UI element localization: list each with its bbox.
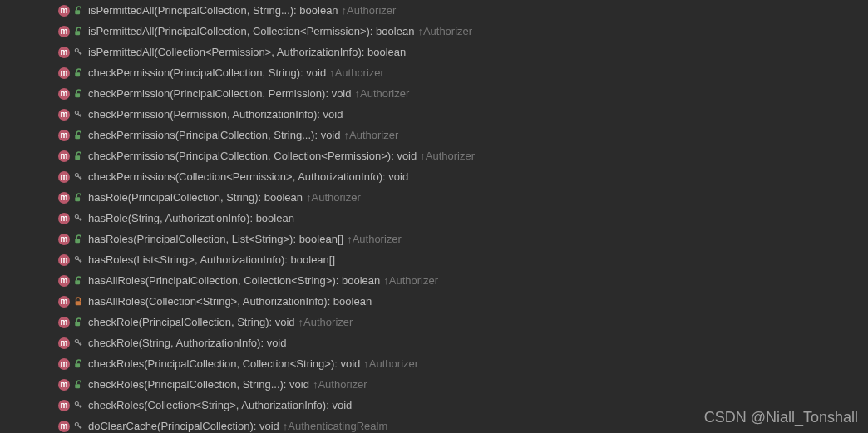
public-modifier-icon xyxy=(73,67,83,79)
return-type: void xyxy=(332,87,352,100)
method-name: checkRoles xyxy=(88,357,144,370)
method-params: (PrincipalCollection, Collection<Permiss… xyxy=(154,25,369,37)
method-row[interactable]: mhasRoles(List<String>, AuthorizationInf… xyxy=(58,249,868,270)
public-modifier-icon xyxy=(73,5,83,17)
method-signature: checkRoles(PrincipalCollection, String..… xyxy=(88,378,309,391)
method-params: (String, AuthorizationInfo) xyxy=(139,337,261,349)
origin-class: Authorizer xyxy=(335,66,384,79)
method-icon: m xyxy=(58,358,70,370)
protected-modifier-icon xyxy=(73,254,83,266)
method-icon: m xyxy=(58,47,70,58)
method-name: checkPermission xyxy=(88,108,170,121)
method-icon: m xyxy=(58,26,70,37)
method-row[interactable]: mhasRole(String, AuthorizationInfo): boo… xyxy=(58,208,868,229)
origin-class: Authorizer xyxy=(369,357,418,370)
method-row[interactable]: mcheckPermission(PrincipalCollection, Pe… xyxy=(58,83,868,104)
origin-class: Authorizer xyxy=(303,316,353,328)
method-name: doClearCache xyxy=(88,420,157,432)
method-signature: checkPermission(PrincipalCollection, Per… xyxy=(88,87,351,100)
method-params: (PrincipalCollection, String) xyxy=(128,191,259,204)
method-row[interactable]: mhasRole(PrincipalCollection, String): b… xyxy=(58,187,868,208)
protected-modifier-icon xyxy=(73,213,83,224)
return-type: boolean xyxy=(256,212,294,224)
origin-class: Authorizer xyxy=(318,378,367,391)
method-row[interactable]: mcheckPermission(Permission, Authorizati… xyxy=(58,104,868,125)
method-params: (List<String>, AuthorizationInfo) xyxy=(133,253,284,266)
origin-class: Authorizer xyxy=(349,129,398,141)
method-row[interactable]: mcheckRole(String, AuthorizationInfo): v… xyxy=(58,332,868,353)
method-row[interactable]: mcheckPermissions(PrincipalCollection, S… xyxy=(58,125,868,145)
method-signature: isPermittedAll(Collection<Permission>, A… xyxy=(88,46,406,58)
method-row[interactable]: mhasAllRoles(Collection<String>, Authori… xyxy=(58,291,868,312)
override-origin: ↑Authorizer xyxy=(313,378,367,391)
method-row[interactable]: misPermittedAll(PrincipalCollection, Col… xyxy=(58,21,868,42)
method-row[interactable]: mcheckPermissions(PrincipalCollection, C… xyxy=(58,145,868,166)
override-origin: ↑Authorizer xyxy=(342,4,397,17)
method-row[interactable]: misPermittedAll(Collection<Permission>, … xyxy=(58,42,868,62)
method-params: (Collection<String>, AuthorizationInfo) xyxy=(144,399,326,411)
method-icon: m xyxy=(58,421,70,432)
method-icon: m xyxy=(58,213,70,224)
method-params: (PrincipalCollection, String...) xyxy=(144,378,284,391)
method-params: (PrincipalCollection, Collection<String>… xyxy=(145,274,336,287)
method-name: isPermittedAll xyxy=(88,46,154,58)
method-row[interactable]: mcheckPermissions(Collection<Permission>… xyxy=(58,166,868,187)
method-row[interactable]: mcheckRole(PrincipalCollection, String):… xyxy=(58,312,868,332)
method-name: isPermittedAll xyxy=(88,4,154,17)
method-icon: m xyxy=(58,5,70,17)
return-type: void xyxy=(321,129,341,141)
public-modifier-icon xyxy=(73,358,83,370)
return-type: void xyxy=(332,399,352,411)
return-type: void xyxy=(259,420,279,432)
method-params: (PrincipalCollection, Collection<Permiss… xyxy=(175,150,391,162)
protected-modifier-icon xyxy=(73,171,83,183)
public-modifier-icon xyxy=(73,379,83,391)
method-signature: checkRoles(Collection<String>, Authoriza… xyxy=(88,399,352,411)
method-params: (PrincipalCollection) xyxy=(157,420,254,432)
method-row[interactable]: mhasAllRoles(PrincipalCollection, Collec… xyxy=(58,270,868,291)
override-origin: ↑AuthenticatingRealm xyxy=(283,420,387,432)
return-type: void xyxy=(341,357,361,370)
return-type: void xyxy=(323,108,343,121)
origin-class: Authorizer xyxy=(360,87,409,100)
method-icon: m xyxy=(58,109,70,121)
method-name: checkPermission xyxy=(88,87,170,100)
private-modifier-icon xyxy=(73,296,83,308)
method-row[interactable]: mcheckRoles(PrincipalCollection, Collect… xyxy=(58,353,868,374)
method-signature: checkPermission(Permission, Authorizatio… xyxy=(88,108,343,121)
method-icon: m xyxy=(58,275,70,287)
return-type: void xyxy=(397,150,417,162)
method-row[interactable]: mcheckRoles(PrincipalCollection, String.… xyxy=(58,374,868,395)
method-name: hasRoles xyxy=(88,253,133,266)
method-signature: checkPermission(PrincipalCollection, Str… xyxy=(88,66,326,79)
method-signature: hasRole(PrincipalCollection, String): bo… xyxy=(88,191,303,204)
method-name: hasAllRoles xyxy=(88,274,145,287)
method-icon: m xyxy=(58,296,70,308)
method-signature: hasRoles(PrincipalCollection, List<Strin… xyxy=(88,233,343,245)
method-signature: checkPermissions(PrincipalCollection, Co… xyxy=(88,150,417,162)
method-icon: m xyxy=(58,317,70,328)
origin-class: AuthenticatingRealm xyxy=(288,420,387,432)
override-origin: ↑Authorizer xyxy=(298,316,353,328)
method-row[interactable]: mcheckPermission(PrincipalCollection, St… xyxy=(58,62,868,83)
public-modifier-icon xyxy=(73,234,83,245)
override-origin: ↑Authorizer xyxy=(306,191,361,204)
method-name: checkPermission xyxy=(88,66,170,79)
method-icon: m xyxy=(58,254,70,266)
override-origin: ↑Authorizer xyxy=(354,87,409,100)
return-type: void xyxy=(306,66,326,79)
method-row[interactable]: mcheckRoles(Collection<String>, Authoriz… xyxy=(58,395,868,416)
method-row[interactable]: mhasRoles(PrincipalCollection, List<Stri… xyxy=(58,229,868,249)
override-origin: ↑Authorizer xyxy=(420,150,475,162)
method-params: (Collection<Permission>, AuthorizationIn… xyxy=(154,46,361,58)
method-row[interactable]: mdoClearCache(PrincipalCollection): void… xyxy=(58,416,868,433)
protected-modifier-icon xyxy=(73,400,83,411)
method-params: (PrincipalCollection, List<String>) xyxy=(133,233,293,245)
return-type: boolean xyxy=(299,4,338,17)
public-modifier-icon xyxy=(73,150,83,162)
return-type: boolean[] xyxy=(299,233,344,245)
method-name: checkRoles xyxy=(88,399,144,411)
public-modifier-icon xyxy=(73,130,83,141)
method-row[interactable]: misPermittedAll(PrincipalCollection, Str… xyxy=(58,0,868,21)
method-icon: m xyxy=(58,337,70,349)
